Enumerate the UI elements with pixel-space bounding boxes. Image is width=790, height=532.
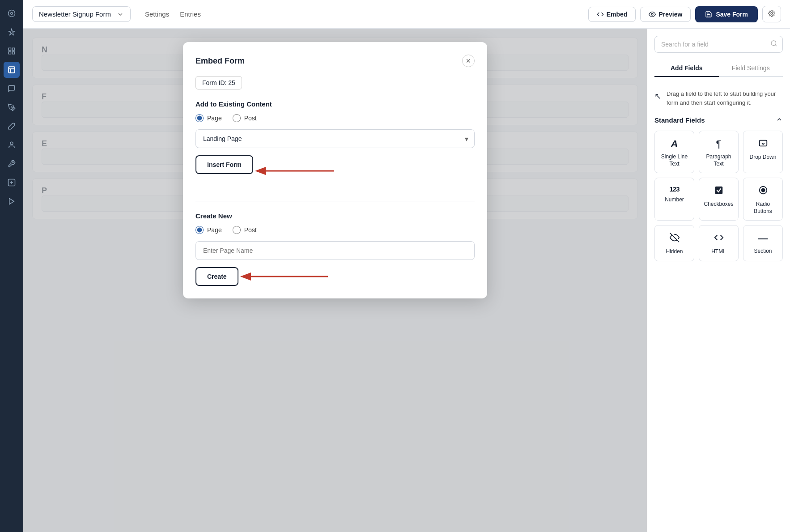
sidebar-icon-palette[interactable] (4, 5, 20, 21)
insert-form-button[interactable]: Insert Form (195, 155, 253, 174)
svg-point-24 (761, 189, 765, 192)
svg-point-0 (8, 10, 15, 17)
search-field-input[interactable] (654, 36, 783, 53)
create-arrow (238, 259, 337, 294)
modal-close-button[interactable]: ✕ (462, 55, 475, 67)
sidebar-icon-wrench[interactable] (4, 156, 20, 172)
insert-arrow (253, 153, 343, 189)
embed-button[interactable]: Embed (588, 7, 636, 22)
svg-point-9 (11, 107, 13, 108)
existing-page-label: Page (207, 115, 222, 122)
standard-fields-label: Standard Fields (654, 116, 705, 124)
drop-down-field-card[interactable]: Drop Down (743, 131, 783, 173)
topbar-right: Embed Preview Save Form (588, 6, 781, 22)
form-title-text: Newsletter Signup Form (39, 10, 111, 18)
html-field-card[interactable]: HTML (699, 225, 739, 261)
entries-link[interactable]: Entries (180, 10, 201, 18)
form-id-badge: Form ID: 25 (195, 76, 242, 89)
embed-button-label: Embed (607, 11, 628, 18)
svg-rect-5 (13, 52, 15, 54)
sidebar-icon-chat[interactable] (4, 81, 20, 97)
checkboxes-field-card[interactable]: Checkboxes (699, 178, 739, 221)
sidebar-icon-brush[interactable] (4, 99, 20, 115)
fields-grid: A Single Line Text ¶ Paragraph Text Drop… (654, 131, 783, 261)
add-existing-radio-group: Page Post (195, 114, 475, 122)
modal-overlay: Embed Form ✕ Form ID: 25 Add to Existing… (23, 29, 647, 532)
paragraph-text-label: Paragraph Text (703, 153, 735, 167)
sidebar-icon-user[interactable] (4, 137, 20, 153)
save-form-button[interactable]: Save Form (695, 6, 758, 22)
create-post-radio-label[interactable]: Post (233, 226, 257, 234)
sidebar-icon-plus-box[interactable] (4, 174, 20, 191)
create-button[interactable]: Create (195, 267, 238, 286)
tabs: Add Fields Field Settings (654, 60, 783, 77)
sidebar-icon-paint[interactable] (4, 118, 20, 134)
radio-buttons-field-card[interactable]: Radio Buttons (743, 178, 783, 221)
hidden-icon (670, 233, 680, 245)
tab-add-fields[interactable]: Add Fields (654, 60, 719, 77)
paragraph-text-icon: ¶ (716, 138, 722, 150)
svg-rect-21 (759, 140, 767, 146)
existing-post-radio[interactable] (233, 114, 241, 122)
drop-down-icon (758, 138, 768, 150)
create-page-label: Page (207, 226, 222, 234)
create-page-radio[interactable] (195, 226, 204, 234)
single-line-text-field-card[interactable]: A Single Line Text (654, 131, 694, 173)
sidebar-icon-forms[interactable] (4, 62, 20, 78)
gear-button[interactable] (762, 6, 781, 22)
tab-field-settings[interactable]: Field Settings (719, 60, 783, 77)
svg-point-19 (771, 41, 776, 46)
content-area: N F E P (23, 29, 790, 532)
svg-point-16 (771, 13, 773, 14)
svg-rect-4 (8, 52, 11, 54)
hidden-field-card[interactable]: Hidden (654, 225, 694, 261)
sidebar (0, 0, 23, 532)
main-container: Newsletter Signup Form Settings Entries … (23, 0, 790, 532)
right-panel: Add Fields Field Settings ↖ Drag a field… (647, 29, 790, 532)
existing-page-radio[interactable] (195, 114, 204, 122)
svg-rect-3 (13, 48, 15, 50)
sidebar-icon-pin[interactable] (4, 24, 20, 40)
existing-page-radio-label[interactable]: Page (195, 114, 222, 122)
existing-post-radio-label[interactable]: Post (233, 114, 257, 122)
radio-buttons-label: Radio Buttons (747, 201, 779, 215)
preview-button-label: Preview (658, 11, 682, 18)
page-name-input[interactable] (195, 241, 475, 260)
checkboxes-label: Checkboxes (704, 201, 733, 208)
checkboxes-icon (714, 185, 724, 197)
number-label: Number (665, 196, 684, 204)
create-post-label: Post (244, 226, 257, 234)
section-label: Section (754, 248, 772, 255)
svg-rect-2 (8, 48, 11, 50)
topbar-nav: Settings Entries (145, 10, 201, 18)
embed-form-modal: Embed Form ✕ Form ID: 25 Add to Existing… (183, 42, 487, 298)
modal-header: Embed Form ✕ (195, 55, 475, 67)
page-select[interactable]: Landing Page Home Page About Page Contac… (195, 129, 475, 148)
number-field-card[interactable]: 123 Number (654, 178, 694, 221)
paragraph-text-field-card[interactable]: ¶ Paragraph Text (699, 131, 739, 173)
single-line-text-icon: A (671, 138, 678, 150)
standard-fields-header: Standard Fields (654, 116, 783, 124)
create-post-radio[interactable] (233, 226, 241, 234)
svg-line-20 (775, 45, 777, 46)
create-page-radio-label[interactable]: Page (195, 226, 222, 234)
sidebar-icon-layers[interactable] (4, 43, 20, 59)
collapse-icon[interactable] (776, 116, 783, 124)
form-title-dropdown[interactable]: Newsletter Signup Form (32, 6, 131, 22)
existing-post-label: Post (244, 115, 257, 122)
page-select-wrapper: Landing Page Home Page About Page Contac… (195, 129, 475, 148)
hidden-label: Hidden (666, 248, 683, 255)
svg-point-10 (10, 142, 13, 145)
svg-point-1 (11, 13, 13, 15)
modal-title: Embed Form (195, 56, 245, 66)
sidebar-icon-play[interactable] (4, 193, 20, 209)
svg-rect-6 (8, 67, 15, 73)
single-line-text-label: Single Line Text (658, 153, 690, 167)
preview-button[interactable]: Preview (640, 7, 691, 22)
drop-down-label: Drop Down (749, 154, 776, 161)
section-field-card[interactable]: — Section (743, 225, 783, 261)
settings-link[interactable]: Settings (145, 10, 169, 18)
section-icon: — (758, 233, 768, 244)
create-new-title: Create New (195, 212, 475, 220)
number-icon: 123 (669, 185, 679, 193)
